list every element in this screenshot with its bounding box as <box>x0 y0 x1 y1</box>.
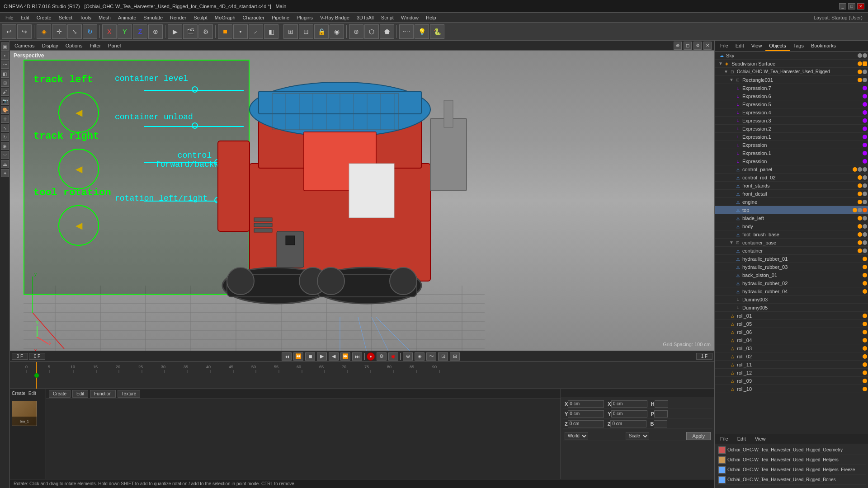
sidebar-poly-icon[interactable]: ◧ <box>1 70 9 78</box>
scale-button[interactable]: ⤡ <box>67 24 82 39</box>
apply-button[interactable]: Apply <box>686 432 711 440</box>
key-motion-button[interactable]: 〜 <box>426 352 436 361</box>
mat-row-helpers[interactable]: Ochiai_OHC-W_Tea_Harvester_Used_Rigged_H… <box>717 455 866 465</box>
coord-world-select[interactable]: World <box>565 432 588 440</box>
world-axis-button[interactable]: ⊕ <box>148 24 163 39</box>
edge-mode-button[interactable]: ⟋ <box>249 24 263 39</box>
menu-select[interactable]: Select <box>55 14 76 21</box>
stop-button[interactable]: ⏹ <box>305 352 315 361</box>
key-ik-button[interactable]: ⊡ <box>438 352 448 361</box>
frame-key-input[interactable]: 0 F <box>29 353 45 360</box>
obj-row-hyd-r01[interactable]: △ hydraulic_rubber_01 <box>715 255 868 263</box>
extrude-button[interactable]: ⬡ <box>364 24 379 39</box>
menu-pipeline[interactable]: Pipeline <box>268 14 293 21</box>
obj-row-roll01[interactable]: △ roll_01 <box>715 312 868 320</box>
obj-row-expr0b[interactable]: L Expression <box>715 157 868 165</box>
coord-x-rot[interactable] <box>611 400 647 408</box>
tl-edit-btn[interactable]: Edit <box>72 390 88 398</box>
ochiai-collapse-arrow[interactable]: ▼ <box>724 69 728 74</box>
sidebar-uvw-icon[interactable]: ⊞ <box>1 79 9 87</box>
obj-row-top[interactable]: △ top <box>715 206 868 214</box>
sidebar-brush-icon[interactable]: 🖌 <box>1 88 9 96</box>
menu-plugins[interactable]: Plugins <box>293 14 316 21</box>
mat-row-geometry[interactable]: Ochiai_OHC-W_Tea_Harvester_Used_Rigged_G… <box>717 445 866 455</box>
viewport-3d[interactable]: Perspective <box>10 51 714 351</box>
point-mode-button[interactable]: • <box>233 24 248 39</box>
mat-row-bones[interactable]: Ochiai_OHC-W_Tea_Harvester_Used_Rigged_B… <box>717 475 866 485</box>
vp-icon-4[interactable]: ✕ <box>703 42 712 50</box>
obj-row-container[interactable]: △ container <box>715 247 868 255</box>
menu-script[interactable]: Script <box>377 14 397 21</box>
obj-row-dummy003[interactable]: L Dummy003 <box>715 296 868 304</box>
obj-row-roll05[interactable]: △ roll_05 <box>715 320 868 328</box>
obj-row-expr0a[interactable]: L Expression <box>715 141 868 149</box>
coord-b-val[interactable] <box>654 420 667 427</box>
coord-scale-select[interactable]: Scale <box>626 432 649 440</box>
poly-mode-button[interactable]: ◧ <box>264 24 278 39</box>
next-key-button[interactable]: ⏩ <box>340 352 350 361</box>
obj-row-roll12[interactable]: △ roll_12 <box>715 369 868 377</box>
vp-icon-3[interactable]: ⚙ <box>693 42 702 50</box>
deformer-button[interactable]: 〰 <box>399 24 414 39</box>
obj-row-roll04[interactable]: △ roll_04 <box>715 336 868 344</box>
vp-menu-filter[interactable]: Filter <box>88 42 103 49</box>
sidebar-scale-icon[interactable]: ⤡ <box>1 124 9 132</box>
x-axis-button[interactable]: X <box>102 24 117 39</box>
sidebar-paint-icon[interactable]: 🎨 <box>1 106 9 114</box>
vp-menu-cameras[interactable]: Cameras <box>13 42 37 49</box>
rect-collapse-arrow[interactable]: ▼ <box>729 77 734 82</box>
mat-tab-view[interactable]: View <box>751 434 769 444</box>
z-axis-button[interactable]: Z <box>133 24 147 39</box>
close-button[interactable]: ✕ <box>857 3 864 9</box>
menu-mesh[interactable]: Mesh <box>95 14 114 21</box>
obj-row-expr1a[interactable]: L Expression.1 <box>715 133 868 141</box>
sidebar-spline-icon[interactable]: 〜 <box>1 61 9 69</box>
maximize-button[interactable]: □ <box>848 3 855 9</box>
vp-menu-display[interactable]: Display <box>40 42 60 49</box>
vp-menu-options[interactable]: Options <box>64 42 85 49</box>
sidebar-move-icon[interactable]: ✛ <box>1 115 9 123</box>
record-button[interactable]: ● <box>367 352 375 361</box>
mat-tab-edit[interactable]: Edit <box>734 434 750 444</box>
menu-edit[interactable]: Edit <box>17 14 33 21</box>
prev-key-button[interactable]: ⏪ <box>293 352 303 361</box>
snap-button[interactable]: ⊞ <box>283 24 298 39</box>
obj-row-expr4[interactable]: L Expression.4 <box>715 108 868 117</box>
undo-button[interactable]: ↩ <box>2 24 16 39</box>
coord-h-val[interactable] <box>655 400 668 408</box>
menu-render[interactable]: Render <box>166 14 190 21</box>
obj-row-roll11[interactable]: △ roll_11 <box>715 361 868 369</box>
sidebar-object-icon[interactable]: ▣ <box>1 42 9 51</box>
obj-row-hyd-r04[interactable]: △ hydraulic_rubber_04 <box>715 287 868 296</box>
rotate-button[interactable]: ↻ <box>83 24 97 39</box>
obj-tab-edit[interactable]: Edit <box>732 41 748 51</box>
coord-z-rot[interactable] <box>610 420 646 427</box>
obj-tab-view[interactable]: View <box>748 41 766 51</box>
cb-collapse-arrow[interactable]: ▼ <box>729 240 734 245</box>
obj-tab-tags[interactable]: Tags <box>790 41 807 51</box>
mat-editor-title-btn[interactable]: Create <box>12 391 25 396</box>
obj-row-expr7[interactable]: L Expression.7 <box>715 84 868 92</box>
lock-axis-button[interactable]: 🔒 <box>314 24 329 39</box>
tl-texture-btn[interactable]: Texture <box>118 390 141 398</box>
frame-start-input[interactable]: 0 F <box>12 353 28 360</box>
sidebar-camera-icon[interactable]: 📷 <box>1 97 9 105</box>
menu-sculpt[interactable]: Sculpt <box>190 14 211 21</box>
animate-key-button[interactable]: ◉ <box>388 352 398 361</box>
vp-icon-1[interactable]: ⊕ <box>674 42 682 50</box>
enable-axis-button[interactable]: ⊡ <box>299 24 313 39</box>
key-add-button[interactable]: ⊕ <box>403 352 413 361</box>
go-end-button[interactable]: ⏭ <box>352 352 362 361</box>
obj-row-front-stands[interactable]: △ front_stands <box>715 182 868 190</box>
live-select-button[interactable]: ◈ <box>37 24 51 39</box>
obj-row-roll02[interactable]: △ roll_02 <box>715 352 868 361</box>
obj-row-blade-left[interactable]: △ blade_left <box>715 214 868 222</box>
obj-row-subdivision[interactable]: ▼ ◈ Subdivision Surface <box>715 60 868 68</box>
obj-row-engine[interactable]: △ engine <box>715 198 868 206</box>
obj-row-expr1b[interactable]: L Expression.1 <box>715 149 868 157</box>
obj-tab-bookmarks[interactable]: Bookmarks <box>807 41 840 51</box>
obj-row-roll10[interactable]: △ roll_10 <box>715 385 868 393</box>
tl-create-btn[interactable]: Create <box>49 390 71 398</box>
render-settings-button[interactable]: ⚙ <box>198 24 213 39</box>
sidebar-terrain-icon[interactable]: ⛰ <box>1 160 9 168</box>
